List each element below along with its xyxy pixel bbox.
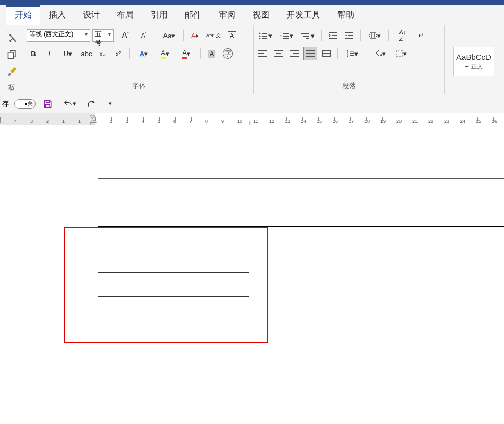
- numbering-button[interactable]: 123 ▾: [277, 29, 296, 42]
- svg-point-2: [259, 33, 260, 34]
- bullets-button[interactable]: ▾: [256, 29, 275, 42]
- character-shading-button[interactable]: A: [205, 47, 219, 60]
- document-area[interactable]: [0, 125, 504, 424]
- autosave-toggle[interactable]: ● 关: [14, 99, 36, 109]
- style-sample: AaBbCcD: [456, 52, 491, 61]
- svg-rect-5: [262, 36, 267, 37]
- qat-customize-button[interactable]: ▾: [103, 97, 117, 111]
- svg-rect-24: [258, 53, 264, 54]
- page[interactable]: [0, 125, 504, 424]
- redo-button[interactable]: [84, 97, 98, 111]
- asian-icon: [369, 32, 377, 39]
- svg-rect-39: [330, 50, 331, 57]
- format-painter-button[interactable]: [5, 65, 19, 78]
- subscript-button[interactable]: x₂: [95, 47, 109, 60]
- asian-layout-button[interactable]: ▾: [365, 29, 384, 42]
- tab-view[interactable]: 视图: [244, 5, 278, 25]
- brush-icon: [7, 66, 18, 77]
- svg-rect-7: [262, 38, 267, 39]
- increase-indent-button[interactable]: [342, 29, 356, 42]
- tab-developer[interactable]: 开发工具: [278, 5, 329, 25]
- quick-access-toolbar: 存 ● 关 ▾ ▾: [0, 94, 504, 113]
- copy-button[interactable]: [5, 48, 19, 61]
- separator: [366, 48, 366, 59]
- text-cursor: [249, 311, 249, 319]
- align-left-icon: [258, 50, 267, 57]
- tab-design[interactable]: 设计: [74, 5, 108, 25]
- shrink-font-button[interactable]: Aˇ: [137, 29, 151, 42]
- text-effects-button[interactable]: A ▾: [134, 47, 153, 60]
- svg-rect-23: [258, 50, 267, 51]
- bold-button[interactable]: B: [27, 47, 40, 60]
- svg-rect-14: [301, 33, 309, 34]
- svg-rect-26: [274, 50, 283, 51]
- show-marks-button[interactable]: ↵: [414, 29, 428, 42]
- svg-rect-25: [258, 56, 267, 57]
- change-case-button[interactable]: Aa ▾: [160, 29, 179, 42]
- indent-marker[interactable]: [90, 113, 95, 125]
- svg-rect-36: [322, 53, 331, 54]
- line-spacing-button[interactable]: ▾: [342, 47, 361, 60]
- tab-home[interactable]: 开始: [6, 5, 40, 25]
- tab-stop-marker[interactable]: L: [249, 121, 253, 125]
- underline-button[interactable]: U ▾: [58, 47, 77, 60]
- svg-rect-32: [306, 50, 315, 51]
- svg-rect-1: [8, 52, 13, 59]
- tab-help[interactable]: 帮助: [329, 5, 363, 25]
- enclose-characters-button[interactable]: 字: [221, 47, 234, 60]
- multilevel-list-button[interactable]: ▾: [298, 29, 317, 42]
- phonetic-guide-button[interactable]: wén 文: [204, 29, 223, 42]
- style-normal[interactable]: AaBbCcD ↵ 正文: [453, 47, 494, 76]
- font-color-button[interactable]: A ▾: [177, 47, 196, 60]
- svg-rect-16: [306, 38, 309, 39]
- multilevel-icon: [301, 32, 311, 39]
- save-button[interactable]: [41, 97, 55, 111]
- autosave-label: 存: [2, 99, 9, 109]
- svg-rect-41: [350, 53, 354, 54]
- svg-rect-35: [322, 50, 331, 51]
- svg-rect-11: [283, 36, 289, 37]
- svg-text:3: 3: [280, 37, 282, 39]
- title-bar: [0, 0, 504, 5]
- align-center-button[interactable]: [272, 47, 285, 60]
- style-name: ↵ 正文: [465, 63, 483, 70]
- borders-button[interactable]: ▾: [392, 47, 411, 60]
- text-line: [98, 249, 249, 249]
- tab-insert[interactable]: 插入: [40, 5, 74, 25]
- undo-button[interactable]: ▾: [60, 97, 79, 111]
- align-left-button[interactable]: [256, 47, 270, 60]
- decrease-indent-button[interactable]: [326, 29, 340, 42]
- shading-button[interactable]: ▾: [370, 47, 389, 60]
- sort-button[interactable]: A↓Z: [393, 29, 412, 42]
- svg-rect-20: [345, 32, 353, 33]
- cut-button[interactable]: [5, 31, 19, 45]
- svg-rect-29: [290, 50, 299, 51]
- tab-mailings[interactable]: 邮件: [176, 5, 210, 25]
- save-icon: [42, 99, 53, 109]
- horizontal-ruler[interactable]: 543211 123456789101112131415161718192021…: [0, 113, 504, 125]
- tab-review[interactable]: 审阅: [210, 5, 244, 25]
- text-line: [98, 296, 249, 297]
- tab-references[interactable]: 引用: [142, 5, 176, 25]
- grow-font-button[interactable]: Aˆ: [116, 29, 135, 42]
- character-border-button[interactable]: A: [225, 29, 239, 42]
- svg-point-4: [259, 36, 260, 37]
- distributed-icon: [322, 50, 331, 57]
- highlight-button[interactable]: A ▾: [155, 47, 175, 60]
- font-name-select[interactable]: 等线 (西文正文): [27, 29, 90, 42]
- separator: [337, 48, 338, 59]
- superscript-button[interactable]: x²: [111, 47, 125, 60]
- distributed-button[interactable]: [319, 47, 333, 60]
- italic-button[interactable]: I: [42, 47, 56, 60]
- clear-formatting-button[interactable]: A◆: [188, 29, 202, 42]
- tab-layout[interactable]: 布局: [108, 5, 142, 25]
- outdent-icon: [329, 32, 337, 39]
- align-right-button[interactable]: [288, 47, 301, 60]
- align-justify-button[interactable]: [303, 47, 317, 60]
- font-size-select[interactable]: 五号: [92, 29, 114, 42]
- svg-rect-19: [329, 38, 337, 39]
- numbering-icon: 123: [280, 32, 290, 39]
- strikethrough-button[interactable]: abc: [80, 47, 93, 60]
- separator: [155, 30, 155, 41]
- separator: [321, 30, 322, 41]
